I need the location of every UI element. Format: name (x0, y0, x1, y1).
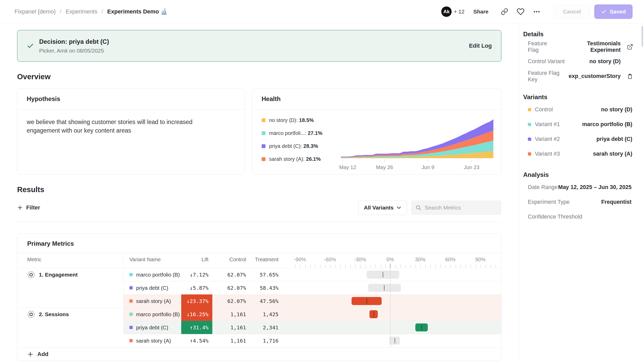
confidence-interval-bar (389, 337, 400, 345)
variant-name: sarah story (A) (136, 298, 171, 304)
legend-item: no story (D): 18.5% (262, 117, 339, 123)
table-row[interactable]: 1. Engagementmarco portfolio (B)↓7.12%62… (17, 268, 501, 281)
topbar: Fixpanel {demo} / Experiments / Experime… (0, 0, 644, 23)
detail-row: Control Variantno story (D) (523, 54, 644, 69)
metric-goal-icon (27, 271, 35, 279)
detail-label: Feature Flag Key (528, 70, 569, 83)
lift-value: ↓23.37% (181, 294, 212, 308)
legend-swatch (262, 157, 265, 161)
zero-tick (390, 264, 390, 268)
variant-cell: priya debt (C) (129, 321, 168, 334)
scale-label: 0% (375, 257, 406, 263)
table-row[interactable]: sarah story (A)↓23.37%62.07%47.56% (17, 294, 501, 308)
breadcrumb-project[interactable]: Fixpanel {demo} (15, 8, 56, 15)
more-options-icon[interactable] (531, 6, 542, 17)
add-filter-button[interactable]: Filter (17, 204, 40, 211)
lift-value: ↓5.87% (181, 281, 212, 294)
detail-value: exp_customerStory (569, 73, 621, 79)
scale-ruler (295, 265, 501, 268)
metric-cell: 2. Sessions (27, 308, 69, 321)
health-card: Health no story (D): 18.5%marco portfoli… (252, 88, 501, 175)
table-row[interactable]: sarah story (A)↑4.54%1,1611,716 (17, 334, 501, 347)
table-row[interactable]: priya debt (C)↑31.4%1,1612,341 (17, 321, 501, 334)
scale-label: -30% (345, 257, 376, 263)
variant-name: marco portfolio (B) (136, 272, 180, 278)
results-toolbar: Filter All Variants (17, 200, 501, 215)
x-axis-label: Jun 9 (422, 164, 434, 170)
scrollbar[interactable] (641, 26, 643, 47)
legend-label: no story (D): 18.5% (269, 117, 314, 123)
variant-filter-dropdown[interactable]: All Variants (358, 200, 407, 215)
scale-label: 60% (435, 257, 466, 263)
analysis-label: Experiment Type (528, 199, 570, 205)
legend-swatch (262, 118, 265, 122)
control-value: 62.07% (215, 268, 246, 281)
x-axis-label: May 26 (376, 164, 393, 170)
variant-label: Variant #2 (535, 136, 560, 142)
favorite-heart-icon[interactable] (515, 6, 526, 17)
variant-color-dot (129, 273, 133, 276)
x-axis-label: Jun 23 (464, 164, 479, 170)
zero-baseline (390, 268, 390, 347)
plus-icon (17, 205, 23, 211)
external-link-button[interactable] (627, 44, 633, 50)
treatment-value: 2,341 (245, 321, 278, 334)
detail-row: Feature FlagTestimonials Experiment (523, 39, 644, 54)
variant-color-dot (129, 326, 133, 329)
lift-marker (395, 338, 395, 343)
breadcrumb-experiments[interactable]: Experiments (66, 8, 97, 15)
table-body: 1. Engagementmarco portfolio (B)↓7.12%62… (17, 268, 501, 347)
variant-label: Variant #1 (535, 121, 560, 128)
lift-marker (374, 312, 374, 317)
filter-label: Filter (26, 204, 40, 211)
hypothesis-body: we believe that showing customer stories… (17, 110, 233, 135)
edit-log-button[interactable]: Edit Log (469, 42, 492, 49)
saved-button[interactable]: Saved (594, 4, 633, 19)
legend-value: 28.3% (303, 143, 318, 149)
variant-cell: sarah story (A) (129, 294, 171, 308)
collaborator-count[interactable]: + 12 (454, 9, 464, 15)
share-button[interactable]: Share (473, 9, 488, 15)
copy-button[interactable] (627, 73, 633, 79)
stacked-area-chart: May 12May 26Jun 9Jun 23 (339, 117, 495, 172)
lift-value: ↓7.12% (181, 268, 212, 281)
experiment-page: Fixpanel {demo} / Experiments / Experime… (0, 0, 644, 362)
legend-item: sarah story (A): 26.1% (262, 156, 339, 162)
cancel-button[interactable]: Cancel (554, 4, 590, 19)
primary-metrics-card: Primary Metrics Metric Variant Name Lift… (17, 234, 501, 361)
analysis-label: Confidence Threshold (528, 214, 582, 220)
variant-color-dot (129, 313, 133, 316)
check-icon (27, 42, 34, 49)
search-metrics-input[interactable] (425, 205, 497, 211)
scale-label: 30% (405, 257, 436, 263)
add-metric-button[interactable]: Add (17, 347, 501, 361)
main-content: Decision: priya debt (C) Picker, Amit on… (0, 23, 519, 362)
metric-name: 1. Engagement (39, 272, 78, 278)
search-icon (415, 205, 422, 211)
col-control: Control (215, 257, 246, 263)
treatment-value: 1,716 (245, 334, 278, 347)
confidence-interval-bar (369, 310, 378, 318)
hypothesis-title: Hypothesis (17, 89, 244, 110)
copy-link-icon[interactable] (499, 6, 510, 17)
lift-marker (383, 272, 383, 277)
variant-color-dot (129, 299, 133, 303)
control-value: 1,161 (215, 308, 246, 321)
external-link-icon[interactable] (627, 44, 633, 50)
metric-goal-icon (27, 310, 35, 318)
variant-value: sarah story (A) (593, 151, 632, 157)
details-heading: Details (523, 31, 644, 38)
table-row[interactable]: 2. Sessionsmarco portfolio (B)↓16.25%1,1… (17, 308, 501, 321)
copy-icon[interactable] (627, 73, 633, 79)
variant-color-dot (528, 152, 531, 156)
confidence-interval-bar (368, 284, 401, 292)
lift-value: ↑31.4% (181, 321, 212, 334)
control-value: 62.07% (215, 281, 246, 294)
avatar[interactable]: Ak (441, 6, 452, 17)
row-highlight (124, 308, 501, 321)
results-heading: Results (17, 185, 501, 194)
legend-swatch (262, 131, 265, 135)
legend-label: sarah story (A): 26.1% (269, 156, 321, 162)
table-row[interactable]: priya debt (C)↓5.87%62.07%58.43% (17, 281, 501, 294)
lift-marker (421, 325, 422, 330)
